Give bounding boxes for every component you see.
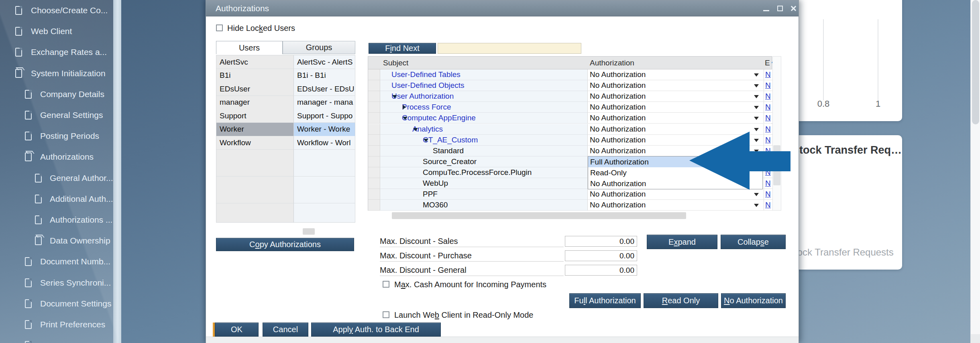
row-selector-cell[interactable] [368,69,380,80]
tree-row-analytics[interactable]: AnalyticsNo AuthorizationN [368,124,772,135]
sidebar-item-document-numb[interactable]: Document Numb... [0,254,110,269]
users-table-row[interactable]: B1iB1i - B1i [216,69,355,83]
subject-cell[interactable]: Process Force [380,102,588,113]
user-name-cell[interactable] [294,190,355,203]
cancel-button[interactable]: Cancel [263,323,308,337]
row-selector-cell[interactable] [368,156,380,167]
dropdown-caret-icon[interactable] [754,193,759,196]
close-button[interactable] [787,0,799,16]
sidebar-item-company-details[interactable]: Company Details [0,87,104,101]
user-name-cell[interactable]: AlertSvc - AlertS [294,55,355,69]
collapse-button[interactable]: Collapse [721,235,786,249]
authorization-cell[interactable]: No Authorization [588,102,764,113]
user-code-cell[interactable]: AlertSvc [216,55,294,69]
sidebar-item-document-settings[interactable]: Document Settings [0,296,111,311]
row-selector-cell[interactable] [368,102,380,113]
users-table-row[interactable] [216,190,355,203]
tab-users[interactable]: Users [216,41,283,54]
row-selector-cell[interactable] [368,80,380,91]
sidebar-item-general-author[interactable]: General Author... [0,171,113,185]
e-column-link[interactable]: N [765,70,771,79]
users-table-row[interactable] [216,163,355,177]
user-name-cell[interactable] [294,203,355,217]
subject-cell[interactable]: CT_AE_Custom [380,135,588,146]
users-table[interactable]: AlertSvcAlertSvc - AlertSB1iB1i - B1iEDs… [216,55,355,223]
row-selector-cell[interactable] [368,146,380,156]
row-selector-cell[interactable] [368,91,380,102]
hide-locked-users-checkbox[interactable] [216,24,223,31]
e-column-link[interactable]: N [765,201,771,209]
user-name-cell[interactable]: Worker - Worke [294,123,355,136]
user-code-cell[interactable] [216,190,294,203]
row-selector-cell[interactable] [368,189,380,200]
sidebar-item-series-synchroni[interactable]: Series Synchroni... [0,276,111,290]
tree-row-process-force[interactable]: Process ForceNo AuthorizationN [368,102,772,113]
subject-cell[interactable]: User Authorization [380,91,588,102]
tree-row-ct-ae-custom[interactable]: CT_AE_CustomNo AuthorizationN [368,135,772,146]
window-scrollbar-thumb[interactable] [972,0,979,124]
e-column-link[interactable]: N [765,103,771,112]
user-name-cell[interactable]: manager - mana [294,96,355,110]
copy-authorizations-button[interactable]: Copy Authorizations [216,238,354,251]
user-code-cell[interactable]: manager [216,96,294,110]
user-name-cell[interactable] [294,150,355,163]
sidebar-item-general-settings[interactable]: General Settings [0,108,103,122]
user-code-cell[interactable]: Support [216,109,294,123]
dropdown-caret-icon[interactable] [754,73,759,77]
max-cash-checkbox[interactable] [383,281,389,288]
row-selector-cell[interactable] [368,113,380,124]
max-discount-purchase-input[interactable] [565,250,637,261]
tree-row-user-defined-tables[interactable]: User-Defined TablesNo AuthorizationN [368,69,772,80]
user-name-cell[interactable] [294,177,355,190]
tree-vscrollbar[interactable] [772,56,781,211]
subject-label[interactable]: PPF [423,190,438,199]
subject-label[interactable]: User Authorization [391,92,454,101]
users-table-row[interactable]: SupportSupport - Suppo [216,109,355,123]
row-selector-cell[interactable] [368,167,380,178]
users-table-row[interactable] [216,150,355,163]
e-column-link[interactable]: N [765,92,771,101]
maximize-button[interactable] [774,0,786,16]
tab-groups[interactable]: Groups [283,41,355,54]
tree-row-ppf[interactable]: PPFNo AuthorizationN [368,189,772,200]
subject-label[interactable]: CT_AE_Custom [423,136,478,144]
users-table-row[interactable]: WorkflowWorkflow - Worl [216,136,355,150]
read-only-button[interactable]: Read Only [644,293,718,308]
users-table-row[interactable] [216,217,355,223]
tree-row-computec-appengine[interactable]: Computec AppEngineNo AuthorizationN [368,113,772,124]
tree-hscrollbar-thumb[interactable] [392,212,686,219]
e-column-link[interactable]: N [765,190,771,199]
subject-cell[interactable]: User-Defined Tables [380,69,588,80]
sidebar-item-exchange-rates-a[interactable]: Exchange Rates a... [0,45,107,59]
full-authorization-button[interactable]: Full Authorization [569,293,641,308]
sidebar-scrollbar[interactable] [113,0,121,343]
tree-row-user-defined-objects[interactable]: User-Defined ObjectsNo AuthorizationN [368,80,772,91]
user-code-cell[interactable]: B1i [216,69,294,83]
expand-caret-icon[interactable] [403,105,406,110]
row-selector-cell[interactable] [368,135,380,146]
user-name-cell[interactable]: Workflow - Worl [294,136,355,150]
sidebar-item-system-initialization[interactable]: System Initialization [0,66,106,81]
find-next-button[interactable]: Find Next [369,43,436,54]
collapse-caret-icon[interactable] [413,128,418,131]
authorization-cell[interactable]: No Authorization [588,200,764,211]
subject-label[interactable]: MO360 [423,201,448,209]
no-authorization-button[interactable]: No Authorization [721,293,786,308]
users-table-row[interactable] [216,177,355,190]
launch-web-client-checkbox[interactable] [383,311,389,318]
dropdown-caret-icon[interactable] [754,84,759,87]
column-header-authorization[interactable]: Authorization [590,57,634,69]
collapse-caret-icon[interactable] [403,117,407,120]
collapse-caret-icon[interactable] [424,139,428,142]
window-scrollbar[interactable] [970,0,980,343]
sidebar-item[interactable] [0,338,32,343]
user-code-cell[interactable] [216,150,294,163]
find-input[interactable] [438,43,581,54]
dialog-titlebar[interactable]: Authorizations [206,0,799,16]
authorization-cell[interactable]: No Authorization [588,91,764,102]
subject-label[interactable]: Process Force [402,103,451,112]
user-name-cell[interactable]: B1i - B1i [294,69,355,83]
dropdown-caret-icon[interactable] [754,95,759,98]
authorization-cell[interactable]: No Authorization [588,113,764,124]
subject-cell[interactable]: User-Defined Objects [380,80,588,91]
